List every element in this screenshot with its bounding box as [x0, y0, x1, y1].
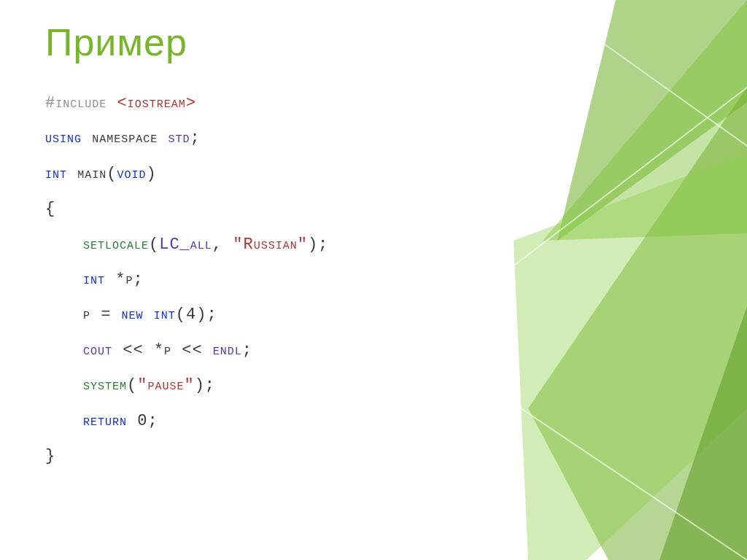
decor-shapes: [470, 0, 747, 560]
slide-title: Пример: [45, 20, 187, 64]
kw-int: int: [45, 165, 67, 183]
code-line-5: {: [45, 192, 328, 227]
kw-using: using: [45, 129, 82, 147]
id-endl: endl: [213, 341, 242, 359]
code-line-2: using namespace std;: [45, 121, 328, 156]
fn-setlocale: setlocale: [83, 236, 149, 254]
svg-line-5: [543, 0, 747, 146]
const-lcall: LC_all: [159, 236, 212, 254]
comma: ,: [212, 236, 233, 254]
assign: p =: [83, 306, 122, 324]
kw-return: return: [83, 412, 127, 430]
id-cout: cout: [83, 341, 112, 359]
svg-marker-2: [528, 88, 747, 560]
svg-marker-0: [557, 0, 747, 241]
code-block: #include <iostream> using namespace std;…: [45, 86, 328, 474]
include-directive: #include: [45, 94, 117, 112]
code-line-7: int *p;: [45, 262, 328, 298]
ret-zero: 0;: [127, 412, 158, 430]
str-russian: "Russian": [233, 236, 308, 254]
brace-open: {: [45, 200, 55, 218]
code-line-4: int main(void): [45, 157, 328, 192]
svg-line-6: [499, 88, 747, 277]
code-line-11: return 0;: [45, 404, 328, 439]
paren2: (: [127, 376, 137, 394]
paren: (: [149, 236, 159, 254]
kw-void: void: [117, 165, 146, 183]
sp: [144, 306, 154, 324]
paren-end: );: [308, 236, 328, 254]
stream-ops: << *p <<: [112, 341, 213, 359]
str-pause: "pause": [137, 376, 194, 394]
svg-marker-4: [659, 306, 747, 560]
code-line-1: #include <iostream>: [45, 86, 328, 121]
include-header: <iostream>: [117, 94, 196, 112]
brace-close: }: [45, 447, 55, 465]
txt-namespace: namespace: [82, 129, 168, 147]
code-line-8: p = new int(4);: [45, 298, 328, 332]
ctor-arg: (4);: [176, 306, 217, 324]
decor-svg: [470, 0, 747, 560]
semi: ;: [190, 129, 200, 147]
ptr-decl: *p;: [105, 271, 144, 289]
kw-int2: int: [83, 271, 105, 289]
code-line-10: system("pause");: [45, 368, 328, 403]
svg-line-7: [521, 408, 747, 560]
kw-new: new: [122, 306, 144, 324]
svg-marker-1: [543, 0, 747, 241]
code-line-12: }: [45, 439, 328, 474]
code-line-6: setlocale(LC_all, "Russian");: [45, 228, 328, 262]
fn-system: system: [83, 376, 127, 394]
svg-marker-3: [514, 153, 747, 560]
kw-int3: int: [154, 306, 176, 324]
code-line-9: cout << *p << endl;: [45, 333, 328, 368]
fn-main: main(: [67, 165, 117, 183]
semi2: ;: [242, 341, 252, 359]
id-std: std: [168, 129, 190, 147]
slide: Пример #include <iostream> using namespa…: [0, 0, 747, 560]
paren-close: ): [146, 165, 156, 183]
paren-end2: );: [195, 376, 215, 394]
